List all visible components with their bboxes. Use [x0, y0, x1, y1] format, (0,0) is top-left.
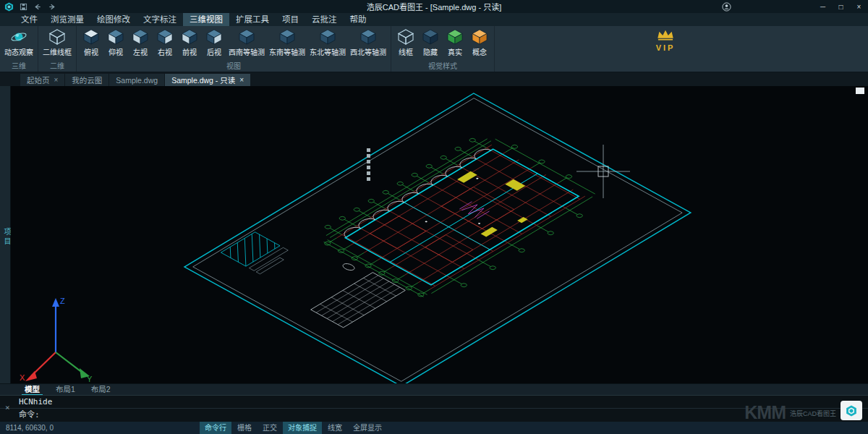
tab-close-icon[interactable]: × [54, 77, 59, 84]
axis-x-label: X [20, 373, 25, 382]
axis-y-label: Y [87, 375, 93, 383]
status-bar: 8114, 60630, 0 命令行 栅格 正交 对象捕捉 线宽 全屏显示 [0, 422, 868, 434]
vip-label: VIP [649, 43, 682, 52]
document-tab-strip: 起始页 × 我的云图 Sample.dwg Sample.dwg - 只读 × [0, 72, 868, 86]
ribbon-group-label-3d: 三维 [2, 62, 35, 72]
ribbon-toolbar: 动态观察 三维 二维线框 二维 俯视 仰视 左视 [0, 26, 868, 72]
ribbon-button-2d-wireframe[interactable]: 二维线框 [41, 27, 74, 59]
ribbon-group-3d: 动态观察 三维 [0, 26, 38, 72]
ribbon-button-back-view[interactable]: 后视 [202, 27, 226, 59]
tab-sample-dwg[interactable]: Sample.dwg [109, 74, 164, 86]
layout-tab-layout1[interactable]: 布局1 [53, 384, 78, 396]
cube-nw-iso-icon [359, 29, 377, 45]
toggle-ortho[interactable]: 正交 [258, 422, 282, 434]
menu-item-file[interactable]: 文件 [14, 13, 44, 26]
toggle-lineweight[interactable]: 线宽 [323, 422, 347, 434]
layout-tab-layout2[interactable]: 布局2 [88, 384, 114, 396]
conceptual-style-icon [471, 29, 488, 45]
menu-item-draw-modify[interactable]: 绘图修改 [90, 13, 137, 26]
close-button[interactable]: × [850, 0, 868, 13]
ribbon-button-bottom-view[interactable]: 仰视 [103, 27, 128, 59]
ribbon-button-wireframe-style[interactable]: 线框 [393, 27, 418, 59]
menu-item-cloud-annotation[interactable]: 云批注 [305, 13, 344, 26]
menu-item-3d-view[interactable]: 三维视图 [183, 13, 229, 26]
status-toggles: 命令行 栅格 正交 对象捕捉 线宽 全屏显示 [200, 422, 387, 434]
ribbon-group-label-2d: 二维 [41, 62, 74, 72]
wireframe-style-icon [397, 29, 414, 45]
toggle-command-line[interactable]: 命令行 [200, 422, 231, 434]
ribbon-group-views: 俯视 仰视 左视 右视 前视 后视 [77, 26, 391, 72]
crown-icon [655, 30, 676, 41]
ribbon-button-hidden-style[interactable]: 隐藏 [418, 27, 443, 59]
ribbon-button-realistic-style[interactable]: 真实 [443, 27, 467, 59]
command-prompt-input[interactable]: 命令: [0, 409, 868, 422]
command-history-line: HCNhide [0, 396, 868, 409]
toggle-fullscreen[interactable]: 全屏显示 [348, 422, 387, 434]
ribbon-group-label-visual-styles: 视觉样式 [393, 62, 492, 72]
cube-front-icon [181, 29, 198, 45]
ribbon-button-se-isometric[interactable]: 东南等轴测 [267, 27, 307, 59]
ribbon-button-left-view[interactable]: 左视 [128, 27, 153, 59]
menu-item-project[interactable]: 项目 [276, 13, 305, 26]
menu-item-browse-measure[interactable]: 浏览测量 [44, 13, 90, 26]
cube-top-icon [82, 29, 100, 45]
cube-se-iso-icon [278, 29, 296, 45]
drawing-canvas[interactable]: Z X Y [11, 86, 868, 383]
wireframe-cube-icon [48, 29, 66, 45]
minimize-button[interactable]: ─ [814, 0, 832, 13]
command-panel: × HCNhide 命令: KMM 浩辰CAD看图王 [0, 395, 868, 422]
hidden-style-icon [422, 29, 439, 45]
main-area: 项目 [0, 86, 868, 383]
ribbon-button-front-view[interactable]: 前视 [177, 27, 202, 59]
ribbon-group-label-views: 视图 [79, 62, 388, 72]
ribbon-button-dynamic-orbit[interactable]: 动态观察 [2, 27, 35, 59]
ribbon-group-visual-styles: 线框 隐藏 真实 概念 视觉样式 [391, 26, 495, 72]
project-panel-strip: 项目 [0, 86, 11, 383]
menu-bar: 文件 浏览测量 绘图修改 文字标注 三维视图 扩展工具 项目 云批注 帮助 [0, 13, 868, 26]
cad-drawing[interactable]: Z X Y [11, 86, 868, 383]
canvas-corner-widget[interactable] [856, 88, 864, 94]
tab-close-icon[interactable]: × [239, 77, 244, 84]
tab-sample-dwg-readonly[interactable]: Sample.dwg - 只读 × [165, 74, 250, 86]
cube-back-icon [205, 29, 223, 45]
ribbon-button-top-view[interactable]: 俯视 [79, 27, 103, 59]
crosshair-cursor [576, 145, 630, 198]
ribbon-button-nw-isometric[interactable]: 西北等轴测 [348, 27, 388, 59]
maximize-button[interactable]: □ [832, 0, 850, 13]
tab-my-cloud-drawings[interactable]: 我的云图 [65, 74, 109, 86]
realistic-style-icon [446, 29, 464, 45]
layout-tab-model[interactable]: 模型 [22, 384, 43, 396]
axis-z-label: Z [60, 297, 65, 305]
redo-icon[interactable] [48, 3, 56, 11]
cube-left-icon [132, 29, 149, 45]
menu-item-help[interactable]: 帮助 [344, 13, 373, 26]
ribbon-button-conceptual-style[interactable]: 概念 [467, 27, 492, 59]
toggle-object-snap[interactable]: 对象捕捉 [283, 422, 322, 434]
cursor-coordinates: 8114, 60630, 0 [6, 424, 127, 432]
ribbon-button-right-view[interactable]: 右视 [153, 27, 177, 59]
cube-sw-iso-icon [238, 29, 255, 45]
toggle-grid[interactable]: 栅格 [232, 422, 257, 434]
cube-ne-iso-icon [319, 29, 336, 45]
command-panel-close-icon[interactable]: × [5, 403, 10, 412]
menu-item-text-annotate[interactable]: 文字标注 [137, 13, 183, 26]
title-bar: 浩辰CAD看图王 - [Sample.dwg - 只读] ─ □ × [0, 0, 868, 13]
app-logo-icon [4, 2, 14, 12]
sheet-title-marks [367, 148, 370, 181]
tab-start-page[interactable]: 起始页 × [20, 74, 64, 86]
ucs-axis-icon: Z X Y [20, 297, 93, 383]
ribbon-button-sw-isometric[interactable]: 西南等轴测 [226, 27, 267, 59]
layout-tab-bar: 模型 布局1 布局2 [0, 383, 868, 395]
ribbon-button-ne-isometric[interactable]: 东北等轴测 [307, 27, 348, 59]
orbit-3d-icon [10, 29, 27, 45]
menu-item-extended-tools[interactable]: 扩展工具 [229, 13, 276, 26]
ribbon-group-2d: 二维线框 二维 [38, 26, 77, 72]
cube-right-icon [156, 29, 174, 45]
user-account-icon[interactable] [718, 0, 734, 13]
vip-badge[interactable]: VIP [649, 30, 682, 52]
undo-icon[interactable] [33, 3, 42, 11]
cube-bottom-icon [107, 29, 124, 45]
save-icon[interactable] [20, 3, 27, 11]
